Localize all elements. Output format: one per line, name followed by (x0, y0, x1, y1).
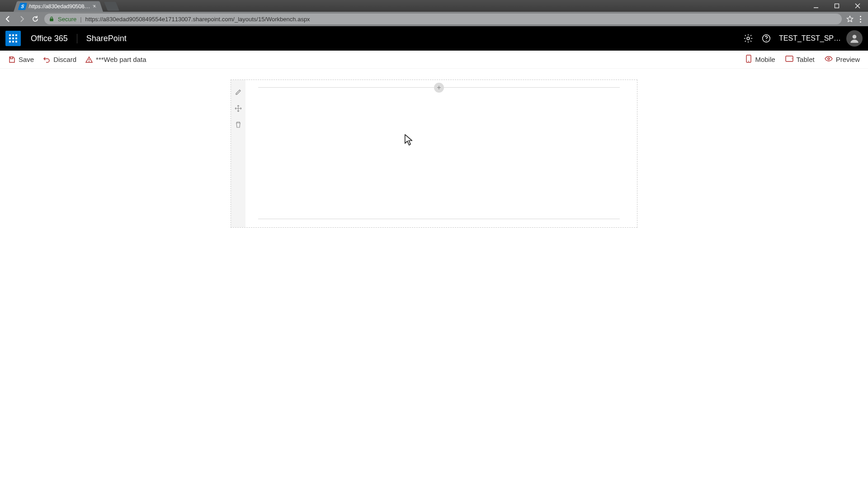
office365-label[interactable]: Office 365 (31, 34, 77, 43)
canvas: + (231, 80, 637, 488)
save-icon (8, 56, 15, 63)
tablet-view-button[interactable]: Tablet (785, 55, 815, 64)
undo-icon (43, 56, 50, 63)
browser-tab-strip: S https://a830edad905084… × (0, 0, 868, 12)
mobile-icon (745, 55, 752, 64)
user-name[interactable]: TEST_TEST_SP… (779, 34, 841, 42)
new-tab-button[interactable] (104, 2, 119, 11)
url-text: https://a830edad9050849554e17113007.shar… (85, 16, 310, 23)
app-launcher-icon[interactable] (5, 31, 21, 46)
svg-point-5 (747, 37, 750, 40)
save-button[interactable]: Save (8, 56, 34, 63)
secure-label: Secure (58, 16, 76, 23)
avatar[interactable] (846, 30, 863, 47)
svg-rect-1 (835, 4, 839, 8)
mobile-view-button[interactable]: Mobile (745, 55, 775, 64)
save-label: Save (19, 56, 34, 63)
delete-section-icon[interactable] (234, 121, 242, 129)
bookmark-star-icon[interactable] (846, 15, 854, 23)
svg-point-14 (792, 58, 793, 59)
webpart-data-label: ***Web part data (96, 56, 146, 63)
preview-button[interactable]: Preview (825, 56, 860, 63)
forward-button[interactable] (17, 14, 26, 23)
discard-button[interactable]: Discard (43, 56, 76, 63)
address-bar: Secure | https://a830edad9050849554e1711… (0, 12, 868, 26)
settings-gear-icon[interactable] (739, 29, 757, 47)
svg-point-8 (853, 35, 857, 39)
maximize-button[interactable] (826, 0, 847, 12)
svg-point-10 (89, 61, 90, 62)
tablet-label: Tablet (797, 56, 815, 63)
move-section-icon[interactable] (234, 104, 242, 113)
section-toolbar (231, 80, 245, 227)
browser-tab[interactable]: S https://a830edad905084… × (14, 1, 103, 12)
suite-bar: Office 365 SharePoint TEST_TEST_SP… (0, 26, 868, 51)
sharepoint-label[interactable]: SharePoint (86, 34, 127, 43)
warning-icon (85, 56, 93, 63)
help-icon[interactable] (757, 29, 775, 47)
edit-section-icon[interactable] (234, 88, 242, 96)
browser-menu-icon[interactable] (860, 16, 862, 23)
webpart-data-button[interactable]: ***Web part data (85, 56, 146, 63)
preview-label: Preview (836, 56, 860, 63)
svg-point-15 (828, 58, 830, 60)
reload-button[interactable] (31, 14, 40, 23)
command-bar: Save Discard ***Web part data Mobile Tab… (0, 51, 868, 69)
tab-title: https://a830edad905084… (28, 3, 92, 9)
section-divider (258, 219, 620, 219)
canvas-section[interactable]: + (231, 80, 637, 228)
close-tab-icon[interactable]: × (90, 3, 99, 9)
workbench-canvas-area: + (0, 69, 868, 488)
add-webpart-button[interactable]: + (434, 83, 444, 93)
svg-rect-4 (50, 19, 53, 21)
url-separator: | (80, 16, 81, 23)
back-button[interactable] (4, 14, 13, 23)
discard-label: Discard (53, 56, 76, 63)
add-plus-label: + (437, 84, 441, 92)
add-webpart-divider: + (258, 87, 620, 88)
lock-icon (49, 16, 54, 22)
url-field[interactable]: Secure | https://a830edad9050849554e1711… (44, 14, 842, 24)
tablet-icon (785, 55, 793, 64)
mobile-label: Mobile (755, 56, 775, 63)
svg-point-7 (766, 40, 767, 41)
spfx-favicon: S (18, 3, 27, 10)
minimize-button[interactable] (806, 0, 826, 12)
window-controls (806, 0, 868, 12)
close-window-button[interactable] (847, 0, 868, 12)
eye-icon (825, 56, 833, 63)
svg-point-12 (749, 61, 750, 62)
